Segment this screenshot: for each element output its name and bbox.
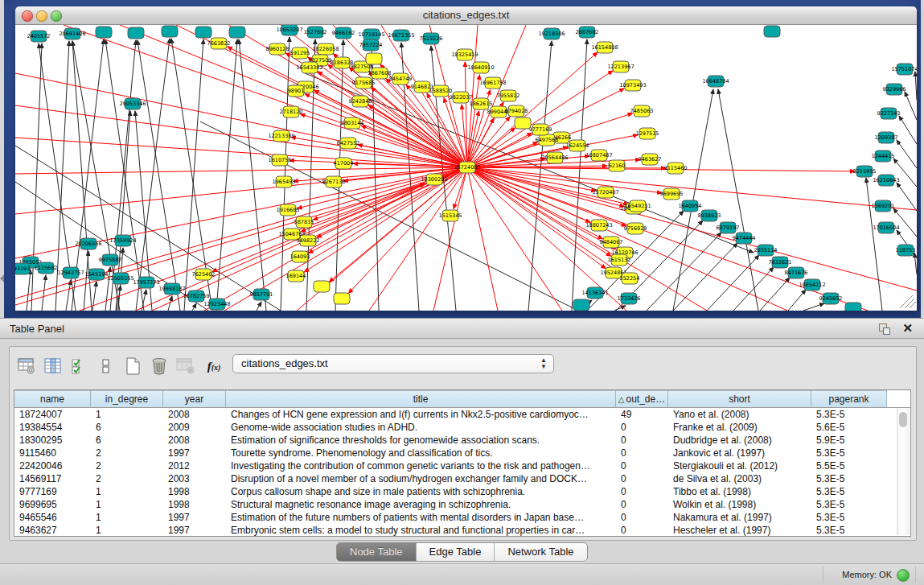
scrollbar-thumb[interactable] [899,412,907,427]
graph-node[interactable]: 169144 [286,270,306,282]
graph-node[interactable]: 587835 [294,216,314,228]
graph-node[interactable]: 2935114 [754,245,778,256]
tab-network-table[interactable]: Network Table [495,543,586,561]
graph-node[interactable] [314,281,330,292]
graph-node[interactable]: 62160 [609,160,626,171]
graph-node[interactable]: 16782759 [183,290,209,302]
graph-node[interactable]: 10654112 [799,279,825,290]
column-header-title[interactable]: title [226,390,616,407]
graph-node[interactable] [162,26,178,37]
graph-node[interactable]: 9474444 [733,233,756,244]
table-row[interactable]: 1830029562008Estimation of significance … [14,434,910,447]
graph-node[interactable]: 17359924 [109,235,136,246]
column-header-name[interactable]: name [14,390,91,407]
graph-node[interactable]: 7663822 [207,38,231,49]
graph-node[interactable]: 7485063 [630,105,654,117]
graph-node[interactable]: 7957224 [359,39,383,51]
graph-node[interactable]: 17016504 [873,222,899,233]
graph-node[interactable]: 18226058 [312,43,339,55]
graph-node[interactable]: 20564486 [541,152,568,163]
graph-node[interactable]: 10807487 [585,150,612,161]
graph-node[interactable]: 10653287 [276,25,302,35]
graph-node[interactable]: 9777169 [529,124,552,135]
graph-node[interactable]: 8471676 [785,267,808,278]
graph-node[interactable]: 1527602 [304,27,327,38]
graph-node[interactable]: 417004 [334,158,354,169]
graph-node[interactable]: 1515345 [439,210,462,221]
table-row[interactable]: 946362711997Embryonic stem cells: a mode… [14,524,910,537]
table-row[interactable]: 1938455462009Genome-wide association stu… [14,421,910,434]
graph-node[interactable] [366,53,382,64]
graph-node[interactable]: 7632621 [769,257,792,268]
graph-node[interactable]: 18325419 [451,49,478,60]
graph-node[interactable]: 2687682 [576,27,599,38]
graph-node[interactable] [229,27,245,38]
graph-node[interactable]: 1610755 [269,154,292,166]
graph-node[interactable]: 7625402 [192,269,216,280]
graph-node[interactable]: 9975887 [99,254,122,266]
graph-node[interactable] [128,27,144,39]
graph-node[interactable]: 1916685 [277,204,300,216]
graph-node[interactable]: 12213389 [268,130,294,142]
graph-node[interactable]: 15720407 [592,187,618,198]
graph-node[interactable]: 1640954 [679,200,702,212]
graph-node[interactable] [573,299,589,311]
graph-node[interactable]: 9115460 [664,163,688,174]
graph-node[interactable]: 12505155 [107,273,133,284]
graph-node[interactable]: 17957273 [133,277,159,288]
graph-node[interactable]: 16154808 [591,42,618,53]
column-header-short[interactable]: short [668,390,811,407]
graph-node[interactable]: 9227343 [877,108,901,119]
graph-node[interactable]: 16210643 [873,175,899,186]
column-header-out_de[interactable]: △out_de… [616,390,668,407]
graph-node[interactable]: 16648784 [702,76,729,87]
column-header-in_degree[interactable]: in_degree [91,390,163,407]
table-row[interactable]: 1456911722003Disruption of a novel membe… [14,472,910,485]
graph-node[interactable]: 591295 [290,47,310,59]
graph-node[interactable]: 18807243 [585,220,612,231]
graph-node[interactable]: 9463627 [639,154,662,165]
graph-node[interactable]: 6879197 [717,222,740,233]
graph-node[interactable] [96,27,112,38]
graph-node[interactable] [195,27,211,38]
graph-node[interactable]: 8267130 [322,176,346,187]
select-columns-icon[interactable] [68,354,92,378]
delete-trash-icon[interactable] [147,354,171,378]
graph-node[interactable]: 9484067 [600,237,623,248]
graph-node[interactable]: 20691406 [59,28,85,39]
graph-node[interactable] [764,26,780,37]
graph-node[interactable]: 19218586 [538,28,565,39]
table-row[interactable]: 1872400712008Changes of HCN gene express… [14,408,910,421]
graph-node[interactable]: 1569291 [872,200,895,212]
graph-node[interactable]: 1297515 [636,128,659,139]
graph-node[interactable]: 18640910 [467,62,494,73]
graph-node[interactable]: 10719145 [358,29,384,40]
float-panel-icon[interactable] [879,323,890,335]
graph-node[interactable]: 98901 [288,85,305,97]
graph-node[interactable]: 14136141 [581,287,608,299]
splitter-collapse-icon[interactable] [0,274,4,282]
graph-node[interactable]: 9699695 [660,188,684,200]
graph-node[interactable]: 15751074 [891,64,917,75]
graph-node[interactable]: 8454749 [389,73,413,84]
graph-node[interactable]: 252254 [620,273,640,284]
graph-node[interactable]: 9466162 [332,27,355,39]
memory-status-indicator[interactable] [897,569,910,582]
graph-node[interactable]: 164093 [290,251,310,262]
graph-node[interactable] [845,303,861,311]
network-canvas[interactable]: 1872400724055722069140610653287152760294… [15,25,917,311]
graph-node[interactable] [334,293,350,304]
function-icon[interactable]: f(x) [200,354,228,378]
graph-node[interactable]: 1733426 [618,293,641,304]
graph-node[interactable]: 12942757 [57,267,84,278]
graph-node[interactable]: 8215955 [853,166,877,177]
column-header-pagerank[interactable]: pagerank [811,390,887,407]
graph-node[interactable] [515,117,531,129]
graph-node[interactable]: 7955812 [497,90,520,101]
graph-node[interactable]: 16671355 [388,30,414,41]
graph-node[interactable]: 16961758 [479,77,506,89]
graph-node[interactable]: 12213967 [607,61,634,72]
table-row[interactable]: 946554611997Estimation of the future num… [14,511,910,524]
new-table-icon[interactable] [121,354,145,378]
node-attribute-table[interactable]: namein_degreeyeartitle△out_de…shortpager… [14,389,911,537]
